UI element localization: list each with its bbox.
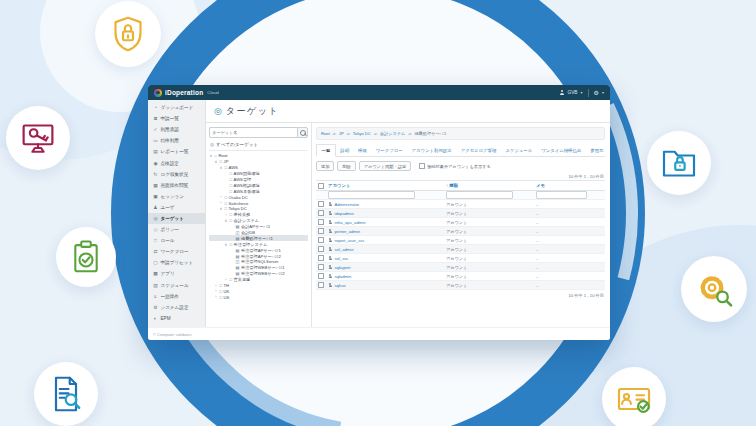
- table-row[interactable]: printer_adminアカウント–: [316, 227, 605, 236]
- tab-reference[interactable]: 参照元: [586, 144, 608, 156]
- table-row[interactable]: sol_adminアカウント–: [316, 245, 605, 254]
- sidebar-item-screen-ops[interactable]: ▦画面操作閲覧: [148, 180, 205, 191]
- tree-node-label: 受注管理WEBサーバ#1: [241, 265, 285, 270]
- checkbox[interactable]: [318, 255, 324, 261]
- target-search-input[interactable]: [209, 127, 297, 138]
- table-row[interactable]: sqladminアカウント–: [316, 272, 605, 281]
- sidebar-item-schedule[interactable]: ▧スケジュール: [148, 280, 205, 291]
- sidebar-item-workflow[interactable]: ⇄ワークフロー: [148, 246, 205, 257]
- checkbox[interactable]: [318, 273, 324, 279]
- caret-icon[interactable]: ∨: [214, 159, 218, 164]
- account-link[interactable]: sol_svc: [335, 256, 349, 261]
- checkbox[interactable]: [318, 228, 324, 234]
- column-header-memo[interactable]: メモ: [536, 183, 603, 188]
- sidebar-item-system-settings[interactable]: ⚙システム設定: [148, 302, 205, 313]
- breadcrumb-item[interactable]: Tokyo DC: [353, 131, 371, 136]
- search-button[interactable]: [297, 127, 308, 138]
- tab-access-log[interactable]: アクセスログ管理: [456, 144, 501, 156]
- checkbox[interactable]: [318, 237, 324, 243]
- select-all-checkbox[interactable]: [318, 183, 324, 189]
- column-header-account[interactable]: アカウント: [328, 183, 446, 188]
- checkbox[interactable]: [318, 201, 324, 207]
- checkbox[interactable]: [318, 282, 324, 288]
- account-link[interactable]: idopadmin: [335, 211, 354, 216]
- table-row[interactable]: report_user_svcアカウント–: [316, 236, 605, 245]
- caret-icon[interactable]: ∨: [224, 218, 228, 223]
- account-link[interactable]: sol_admin: [335, 247, 354, 252]
- sidebar-item-approval[interactable]: ✓利用承認: [148, 124, 205, 135]
- sidebar-item-sessions[interactable]: ▣セッション: [148, 191, 205, 202]
- sidebar-item-epm[interactable]: ◐EPM: [148, 313, 205, 324]
- checkbox[interactable]: [318, 264, 324, 270]
- sidebar-item-reports[interactable]: ▤レポート一覧: [148, 146, 205, 157]
- all-targets-link[interactable]: ◎ すべてのターゲット: [209, 141, 308, 151]
- caret-icon[interactable]: ›: [224, 278, 228, 282]
- sidebar-item-apps[interactable]: ▩アプリ: [148, 268, 205, 279]
- sidebar-item-privileged-use[interactable]: ▭特権利用: [148, 135, 205, 146]
- tab-account-usage[interactable]: アカウント利用設定: [407, 144, 456, 156]
- sidebar-item-policies[interactable]: ◇ポリシー: [148, 224, 205, 235]
- chevron-down-icon[interactable]: ▾: [581, 90, 583, 95]
- gear-icon[interactable]: ⚙: [594, 90, 599, 96]
- account-sync-button[interactable]: アカウント同期・設定: [359, 161, 411, 171]
- sidebar-item-roles[interactable]: ☆ロール: [148, 235, 205, 246]
- tab-schedule[interactable]: スケジュール: [501, 144, 537, 156]
- caret-icon[interactable]: ∨: [219, 165, 223, 170]
- sidebar-item-request-preset[interactable]: ▢申請プリセット: [148, 257, 205, 268]
- sidebar-item-targets[interactable]: ◎ターゲット: [148, 213, 205, 224]
- caret-icon[interactable]: ›: [219, 201, 223, 205]
- caret-icon[interactable]: ∨: [219, 206, 223, 211]
- user-menu[interactable]: GVB: [567, 90, 577, 95]
- sidebar-item-label: セッション: [161, 194, 185, 199]
- checkbox[interactable]: [318, 219, 324, 225]
- caret-icon[interactable]: ›: [214, 289, 218, 293]
- account-link[interactable]: infra_ops_admin: [335, 220, 366, 225]
- checkbox[interactable]: [419, 163, 425, 169]
- sidebar-item-bulk-ops[interactable]: ≡一括操作: [148, 291, 205, 302]
- checkbox[interactable]: [318, 210, 324, 216]
- account-link[interactable]: sqladmin: [335, 274, 352, 279]
- caret-icon[interactable]: ∨: [209, 153, 213, 158]
- column-header-type[interactable]: ↑種類: [446, 183, 536, 188]
- header-divider: [588, 89, 589, 97]
- type-filter-input[interactable]: [446, 191, 513, 199]
- caret-icon[interactable]: ›: [214, 284, 218, 288]
- table-row[interactable]: sol_svcアカウント–: [316, 254, 605, 263]
- tab-permissions[interactable]: 権限: [354, 144, 372, 156]
- add-button[interactable]: 追加: [316, 161, 334, 171]
- breadcrumb-item[interactable]: JP: [339, 131, 344, 136]
- tree-node[interactable]: ›□US: [209, 294, 308, 300]
- account-link[interactable]: sqlsvc: [335, 283, 347, 288]
- checkbox[interactable]: [318, 246, 324, 252]
- tab-workflow[interactable]: ワークフロー: [371, 144, 407, 156]
- account-filter-input[interactable]: [328, 191, 415, 199]
- table-row[interactable]: Administratorアカウント–: [316, 200, 605, 209]
- table-row[interactable]: idopadminアカウント–: [316, 209, 605, 218]
- sidebar-item-users[interactable]: ♟ユーザ: [148, 202, 205, 213]
- caret-icon[interactable]: ›: [224, 213, 228, 217]
- tab-onetime-privilege[interactable]: ワンタイム特権払出: [537, 144, 586, 156]
- table-row[interactable]: sqlsvcアカウント–: [316, 281, 605, 290]
- table-row[interactable]: infra_ops_adminアカウント–: [316, 218, 605, 227]
- account-link[interactable]: printer_admin: [335, 229, 361, 234]
- breadcrumb-item[interactable]: Root: [321, 131, 330, 136]
- breadcrumb-item[interactable]: 会計システム: [380, 131, 406, 136]
- sidebar-item-label: ポリシー: [161, 227, 180, 232]
- chevron-down-icon[interactable]: ▾: [602, 90, 604, 95]
- caret-icon[interactable]: ›: [219, 195, 223, 199]
- sidebar-item-requests[interactable]: ≣申請一覧: [148, 113, 205, 124]
- account-link[interactable]: report_user_svc: [335, 238, 365, 243]
- delete-button[interactable]: 削除: [337, 161, 355, 171]
- caret-icon[interactable]: ∨: [224, 242, 228, 247]
- memo-filter-input[interactable]: [536, 191, 587, 199]
- tab-list[interactable]: 一覧: [316, 144, 336, 157]
- sidebar-item-log-collection[interactable]: ↻ログ収集状況: [148, 169, 205, 180]
- sidebar-item-dashboard[interactable]: ◔ダッシュボード: [148, 102, 205, 113]
- account-type: アカウント: [446, 238, 536, 243]
- account-link[interactable]: Administrator: [335, 202, 360, 207]
- caret-icon[interactable]: ›: [214, 295, 218, 299]
- account-link[interactable]: sqlagent: [335, 265, 351, 270]
- table-row[interactable]: sqlagentアカウント–: [316, 263, 605, 272]
- sidebar-item-inspection[interactable]: ◉点検設定: [148, 157, 205, 168]
- tab-details[interactable]: 詳細: [336, 144, 354, 156]
